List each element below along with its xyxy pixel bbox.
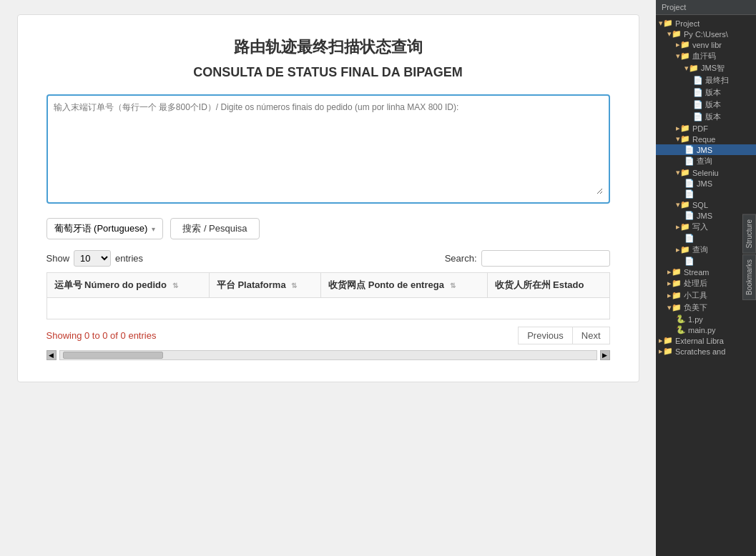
- tree-item-label: External Libra: [675, 337, 724, 345]
- tree-item[interactable]: ▸📁PDF: [656, 123, 756, 134]
- tree-item[interactable]: 📄版本: [656, 99, 756, 111]
- folder-icon: ▾📁: [684, 64, 699, 73]
- tree-item[interactable]: 📄: [656, 233, 756, 244]
- folder-icon: ▸📁: [676, 222, 690, 232]
- folder-icon: ▸📁: [667, 291, 682, 300]
- col-platform[interactable]: 平台 Plataforma ⇅: [209, 273, 320, 298]
- table-controls: Show 10 25 50 100 entries Search:: [46, 250, 610, 267]
- tree-item[interactable]: ▾📁负美下: [656, 302, 756, 314]
- file-icon: 📄: [693, 100, 703, 109]
- table-search-input[interactable]: [481, 250, 610, 267]
- tree-item[interactable]: 📄: [656, 256, 756, 267]
- folder-icon: ▾📁: [676, 200, 690, 209]
- ide-header: Project: [656, 0, 756, 15]
- tree-item-label: JMS智: [701, 63, 725, 74]
- language-selector[interactable]: 葡萄牙语 (Portuguese) ▾ 葡萄牙语 (Portuguese) 中文…: [46, 218, 164, 239]
- tree-item[interactable]: ▾📁Project: [656, 18, 756, 29]
- tree-item[interactable]: ▾📁JMS智: [656, 62, 756, 74]
- file-icon: 📄: [684, 157, 694, 166]
- folder-icon: ▸📁: [676, 245, 690, 254]
- tree-item-label: 版本: [705, 87, 721, 98]
- order-number-input[interactable]: [54, 101, 603, 194]
- search-label: Search:: [445, 253, 477, 264]
- tree-item-label: 处理后: [684, 278, 707, 289]
- tree-item-label: PDF: [692, 124, 708, 133]
- table-header: 运单号 Número do pedido ⇅ 平台 Plataforma ⇅ 收…: [46, 273, 609, 298]
- tree-item[interactable]: 📄JMS: [656, 210, 756, 221]
- tree-item[interactable]: ▾📁Py C:\Users\: [656, 29, 756, 39]
- tree-item[interactable]: ▾📁SQL: [656, 199, 756, 210]
- previous-button[interactable]: Previous: [518, 327, 572, 344]
- page-title-zh: 路由轨迹最终扫描状态查询: [46, 36, 610, 58]
- tree-item[interactable]: 📄JMS: [656, 178, 756, 189]
- file-icon: 📄: [684, 189, 694, 199]
- col-state[interactable]: 收货人所在州 Estado: [487, 273, 609, 298]
- tree-item-label: Reque: [692, 135, 715, 144]
- entries-per-page-select[interactable]: 10 25 50 100: [74, 250, 111, 267]
- tree-item[interactable]: ▸📁Stream: [656, 267, 756, 277]
- tree-item[interactable]: 🐍1.py: [656, 314, 756, 324]
- bookmarks-tab[interactable]: Bookmarks: [742, 254, 756, 300]
- col-order-number[interactable]: 运单号 Número do pedido ⇅: [46, 273, 209, 298]
- tree-item[interactable]: 📄查询: [656, 155, 756, 167]
- file-icon: 📄: [684, 211, 694, 220]
- textarea-container: [46, 94, 610, 204]
- tree-item[interactable]: ▸📁查询: [656, 244, 756, 256]
- col-platform-label: 平台 Plataforma: [217, 279, 286, 290]
- scroll-left-arrow[interactable]: ◀: [46, 350, 57, 360]
- ide-project-label: Project: [662, 3, 686, 11]
- search-button[interactable]: 搜索 / Pesquisa: [170, 218, 259, 239]
- tree-item[interactable]: 📄版本: [656, 111, 756, 123]
- folder-icon: ▾📁: [676, 168, 690, 177]
- tree-item-label: main.py: [688, 326, 716, 334]
- ide-tree: ▾📁Project▾📁Py C:\Users\▸📁venv libr▾📁血汗码▾…: [656, 15, 756, 556]
- scroll-thumb[interactable]: [63, 352, 163, 359]
- tree-item[interactable]: 📄: [656, 189, 756, 199]
- tree-item[interactable]: 📄JMS: [656, 144, 756, 155]
- ide-sidebar: Project ▾📁Project▾📁Py C:\Users\▸📁venv li…: [656, 0, 756, 556]
- folder-icon: ▸📁: [667, 279, 682, 288]
- tree-item[interactable]: ▾📁Reque: [656, 134, 756, 144]
- table-footer: Showing 0 to 0 of 0 entries Previous Nex…: [46, 327, 610, 344]
- tree-item-label: JMS: [697, 146, 712, 154]
- tree-item[interactable]: ▾📁Seleniu: [656, 167, 756, 178]
- table-body: [46, 298, 609, 319]
- tree-item[interactable]: 📄最终扫: [656, 74, 756, 86]
- pagination: Previous Next: [518, 327, 609, 344]
- tree-item[interactable]: ▸📁处理后: [656, 277, 756, 289]
- show-entries-wrapper: Show 10 25 50 100 entries: [46, 250, 144, 267]
- tree-item[interactable]: ▸📁venv libr: [656, 39, 756, 50]
- python-file-icon: 🐍: [676, 325, 686, 334]
- file-icon: 📄: [684, 145, 694, 154]
- next-button[interactable]: Next: [572, 327, 610, 344]
- scroll-right-arrow[interactable]: ▶: [600, 350, 610, 360]
- entries-info: Showing 0 to 0 of 0 entries: [46, 330, 157, 341]
- sort-icon-order: ⇅: [172, 282, 178, 289]
- tree-item[interactable]: ▸📁小工具: [656, 289, 756, 302]
- file-icon: 📄: [693, 88, 703, 97]
- folder-icon: ▾📁: [667, 303, 682, 312]
- tree-item-label: Py C:\Users\: [684, 30, 728, 39]
- tree-item[interactable]: ▸📁Scratches and: [656, 346, 756, 357]
- file-icon: 📄: [684, 234, 694, 243]
- tree-item[interactable]: ▸📁写入: [656, 221, 756, 233]
- page-title-pt: CONSULTA DE STATUS FINAL DA BIPAGEM: [46, 65, 610, 80]
- tree-item-label: 小工具: [684, 290, 707, 301]
- file-icon: 📄: [693, 112, 703, 121]
- tree-item-label: Seleniu: [692, 169, 719, 177]
- file-icon: 📄: [684, 179, 694, 188]
- structure-tab[interactable]: Structure: [742, 214, 756, 254]
- tree-item[interactable]: 📄版本: [656, 86, 756, 99]
- tree-item-label: 血汗码: [692, 51, 716, 61]
- tree-item[interactable]: ▾📁血汗码: [656, 50, 756, 62]
- col-delivery-point[interactable]: 收货网点 Ponto de entrega ⇅: [321, 273, 487, 298]
- tree-item[interactable]: 🐍main.py: [656, 324, 756, 335]
- sort-icon-platform: ⇅: [291, 282, 297, 289]
- scroll-track[interactable]: [59, 350, 597, 360]
- tree-item-label: JMS: [697, 212, 712, 220]
- tree-item-label: 查询: [692, 244, 708, 255]
- tree-item-label: venv libr: [692, 41, 722, 49]
- tree-item[interactable]: ▸📁External Libra: [656, 335, 756, 346]
- tree-item-label: 查询: [697, 156, 712, 167]
- tree-item-label: 写入: [692, 222, 708, 232]
